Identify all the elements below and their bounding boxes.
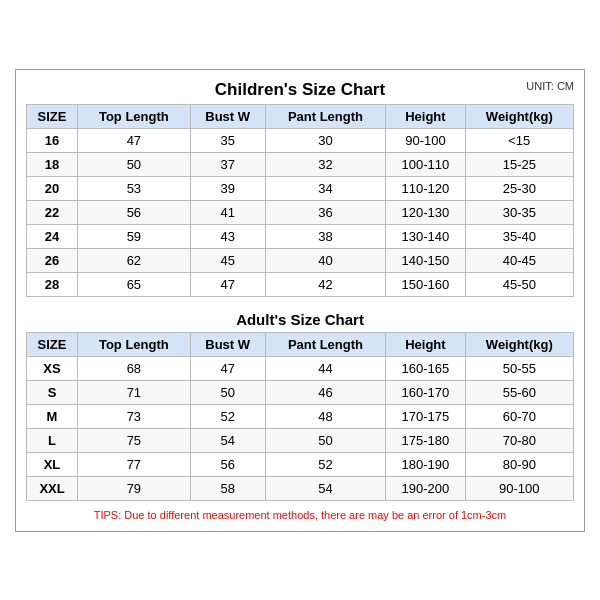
table-cell: 37 bbox=[190, 152, 265, 176]
table-row: 20533934110-12025-30 bbox=[27, 176, 574, 200]
children-size-table: SIZE Top Length Bust W Pant Length Heigh… bbox=[26, 104, 574, 297]
table-cell: 170-175 bbox=[386, 404, 465, 428]
table-cell: 47 bbox=[190, 356, 265, 380]
table-cell: 52 bbox=[190, 404, 265, 428]
adult-header-row: SIZE Top Length Bust W Pant Length Heigh… bbox=[27, 332, 574, 356]
children-title-text: Children's Size Chart bbox=[215, 80, 385, 99]
table-cell: 35 bbox=[190, 128, 265, 152]
table-cell: 140-150 bbox=[386, 248, 465, 272]
table-cell: 38 bbox=[265, 224, 386, 248]
table-cell: 42 bbox=[265, 272, 386, 296]
table-cell: 130-140 bbox=[386, 224, 465, 248]
table-cell: 120-130 bbox=[386, 200, 465, 224]
table-cell: 110-120 bbox=[386, 176, 465, 200]
table-cell: 28 bbox=[27, 272, 78, 296]
adult-table-body: XS684744160-16550-55S715046160-17055-60M… bbox=[27, 356, 574, 500]
table-cell: 160-165 bbox=[386, 356, 465, 380]
adult-col-top-length: Top Length bbox=[78, 332, 191, 356]
table-cell: 160-170 bbox=[386, 380, 465, 404]
adult-col-weight: Weight(kg) bbox=[465, 332, 573, 356]
table-cell: 65 bbox=[78, 272, 191, 296]
table-cell: 68 bbox=[78, 356, 191, 380]
table-cell: 50 bbox=[265, 428, 386, 452]
table-cell: 30 bbox=[265, 128, 386, 152]
table-cell: 77 bbox=[78, 452, 191, 476]
table-cell: 18 bbox=[27, 152, 78, 176]
table-row: 28654742150-16045-50 bbox=[27, 272, 574, 296]
table-cell: 16 bbox=[27, 128, 78, 152]
table-cell: 180-190 bbox=[386, 452, 465, 476]
table-row: XXL795854190-20090-100 bbox=[27, 476, 574, 500]
table-row: L755450175-18070-80 bbox=[27, 428, 574, 452]
table-cell: 70-80 bbox=[465, 428, 573, 452]
table-row: S715046160-17055-60 bbox=[27, 380, 574, 404]
table-cell: 44 bbox=[265, 356, 386, 380]
table-cell: <15 bbox=[465, 128, 573, 152]
col-weight: Weight(kg) bbox=[465, 104, 573, 128]
adult-col-bust-w: Bust W bbox=[190, 332, 265, 356]
table-cell: 36 bbox=[265, 200, 386, 224]
table-cell: 175-180 bbox=[386, 428, 465, 452]
table-cell: 39 bbox=[190, 176, 265, 200]
table-cell: 58 bbox=[190, 476, 265, 500]
table-cell: 53 bbox=[78, 176, 191, 200]
table-cell: 50 bbox=[190, 380, 265, 404]
size-chart-container: Children's Size Chart UNIT: CM SIZE Top … bbox=[15, 69, 585, 532]
table-cell: 60-70 bbox=[465, 404, 573, 428]
table-cell: 43 bbox=[190, 224, 265, 248]
table-cell: 59 bbox=[78, 224, 191, 248]
table-cell: 35-40 bbox=[465, 224, 573, 248]
table-cell: 15-25 bbox=[465, 152, 573, 176]
table-cell: 50-55 bbox=[465, 356, 573, 380]
table-cell: 56 bbox=[78, 200, 191, 224]
table-cell: 54 bbox=[265, 476, 386, 500]
table-cell: 34 bbox=[265, 176, 386, 200]
table-cell: XL bbox=[27, 452, 78, 476]
table-row: 1647353090-100<15 bbox=[27, 128, 574, 152]
table-cell: 45-50 bbox=[465, 272, 573, 296]
table-cell: S bbox=[27, 380, 78, 404]
table-cell: 30-35 bbox=[465, 200, 573, 224]
table-cell: 150-160 bbox=[386, 272, 465, 296]
table-cell: 80-90 bbox=[465, 452, 573, 476]
col-height: Height bbox=[386, 104, 465, 128]
unit-label: UNIT: CM bbox=[526, 80, 574, 92]
table-cell: 24 bbox=[27, 224, 78, 248]
table-cell: 55-60 bbox=[465, 380, 573, 404]
table-cell: 90-100 bbox=[386, 128, 465, 152]
table-cell: 20 bbox=[27, 176, 78, 200]
table-cell: 190-200 bbox=[386, 476, 465, 500]
table-row: XL775652180-19080-90 bbox=[27, 452, 574, 476]
table-cell: 32 bbox=[265, 152, 386, 176]
table-cell: XXL bbox=[27, 476, 78, 500]
table-cell: 25-30 bbox=[465, 176, 573, 200]
table-cell: 52 bbox=[265, 452, 386, 476]
col-top-length: Top Length bbox=[78, 104, 191, 128]
table-cell: 73 bbox=[78, 404, 191, 428]
table-cell: XS bbox=[27, 356, 78, 380]
table-cell: 40 bbox=[265, 248, 386, 272]
table-cell: 45 bbox=[190, 248, 265, 272]
col-bust-w: Bust W bbox=[190, 104, 265, 128]
table-cell: 41 bbox=[190, 200, 265, 224]
children-chart-title: Children's Size Chart UNIT: CM bbox=[26, 80, 574, 100]
table-row: M735248170-17560-70 bbox=[27, 404, 574, 428]
table-cell: 48 bbox=[265, 404, 386, 428]
table-cell: 47 bbox=[190, 272, 265, 296]
table-row: XS684744160-16550-55 bbox=[27, 356, 574, 380]
adult-col-pant-length: Pant Length bbox=[265, 332, 386, 356]
col-size: SIZE bbox=[27, 104, 78, 128]
table-cell: 22 bbox=[27, 200, 78, 224]
table-cell: 56 bbox=[190, 452, 265, 476]
tips-text: TIPS: Due to different measurement metho… bbox=[26, 509, 574, 521]
table-cell: 100-110 bbox=[386, 152, 465, 176]
adult-title-text: Adult's Size Chart bbox=[236, 311, 364, 328]
table-row: 18503732100-11015-25 bbox=[27, 152, 574, 176]
table-cell: 40-45 bbox=[465, 248, 573, 272]
adult-col-size: SIZE bbox=[27, 332, 78, 356]
children-header-row: SIZE Top Length Bust W Pant Length Heigh… bbox=[27, 104, 574, 128]
table-cell: L bbox=[27, 428, 78, 452]
table-cell: 75 bbox=[78, 428, 191, 452]
table-cell: 54 bbox=[190, 428, 265, 452]
adult-chart-title: Adult's Size Chart bbox=[26, 305, 574, 332]
